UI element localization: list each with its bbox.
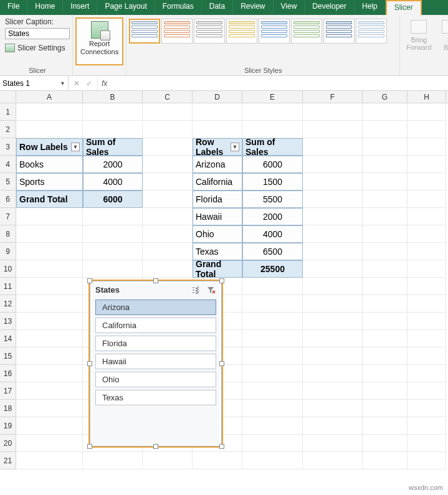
pt-cell-r10c4[interactable]: 25500 [242,260,303,278]
row-header-19[interactable]: 19 [0,417,16,435]
bring-forward-button[interactable]: Bring Forward [403,17,435,51]
cell-r20c4[interactable] [242,435,303,452]
name-box[interactable]: States 1 ▼ [0,76,69,90]
pt-cell-r5c4[interactable]: 1500 [242,173,303,191]
cell-r9c2[interactable] [143,243,193,260]
cell-r21c5[interactable] [303,452,363,469]
tab-insert[interactable]: Insert [63,0,97,15]
cell-r6c6[interactable] [363,191,407,208]
pt-cell-r7c4[interactable]: 2000 [242,208,303,225]
cell-r10c5[interactable] [303,260,363,278]
style-thumb-3[interactable] [226,19,257,44]
row-header-4[interactable]: 4 [0,156,16,173]
row-header-8[interactable]: 8 [0,225,16,243]
filter-dropdown-icon[interactable]: ▼ [231,143,239,151]
cell-r8c1[interactable] [83,225,143,243]
cell-r2c6[interactable] [363,121,407,138]
cell-r17c6[interactable] [363,382,407,400]
cell-r5c5[interactable] [303,173,363,191]
cell-r8c2[interactable] [143,225,193,243]
row-header-6[interactable]: 6 [0,191,16,208]
pt-cell-r3c0[interactable]: Row Labels▼ [16,138,83,156]
cell-r16c6[interactable] [363,365,407,382]
row-header-16[interactable]: 16 [0,365,16,382]
slicer-item-arizona[interactable]: Arizona [95,299,216,315]
pt-cell-r6c0[interactable]: Grand Total [16,191,83,208]
cell-r10c0[interactable] [16,260,83,278]
clear-filter-icon[interactable] [206,286,216,295]
tab-page-layout[interactable]: Page Layout [97,0,155,15]
style-thumb-0[interactable] [129,19,160,44]
pt-cell-r8c3[interactable]: Ohio [193,225,242,243]
style-thumb-4[interactable] [259,19,290,44]
cell-r11c5[interactable] [303,278,363,295]
cell-r9c0[interactable] [16,243,83,260]
cell-r12c6[interactable] [363,295,407,313]
send-backward-button[interactable]: S Bac [438,17,449,51]
pt-cell-r8c4[interactable]: 4000 [242,225,303,243]
row-header-21[interactable]: 21 [0,452,16,469]
cell-r16c5[interactable] [303,365,363,382]
cell-r4c6[interactable] [363,156,407,173]
cell-r21c4[interactable] [242,452,303,469]
cell-r1c6[interactable] [363,103,407,121]
filter-dropdown-icon[interactable]: ▼ [71,143,80,151]
slicer-caption-input[interactable] [5,28,70,39]
cell-r2c5[interactable] [303,121,363,138]
cell-r7c0[interactable] [16,208,83,225]
cell-r15c7[interactable] [407,347,446,365]
cell-r12c7[interactable] [407,295,446,313]
cell-r1c5[interactable] [303,103,363,121]
cell-r21c0[interactable] [16,452,83,469]
cell-r11c7[interactable] [407,278,446,295]
cell-r16c7[interactable] [407,365,446,382]
style-thumb-7[interactable] [356,19,387,44]
row-header-18[interactable]: 18 [0,400,16,417]
pt-cell-r9c4[interactable]: 6500 [242,243,303,260]
select-all-corner[interactable] [0,91,16,103]
slicer-item-hawaii[interactable]: Hawaii [95,354,216,369]
cell-r2c1[interactable] [83,121,143,138]
enter-icon[interactable]: ✓ [86,79,92,88]
row-header-12[interactable]: 12 [0,295,16,313]
slicer-styles-gallery[interactable] [129,17,397,44]
cell-r6c5[interactable] [303,191,363,208]
cell-r9c5[interactable] [303,243,363,260]
cell-r16c4[interactable] [242,365,303,382]
cell-r14c7[interactable] [407,330,446,347]
tab-developer[interactable]: Developer [305,0,355,15]
cell-r1c3[interactable] [193,103,242,121]
pt-cell-r3c3[interactable]: Row Labels▼ [193,138,242,156]
multiselect-icon[interactable] [191,286,203,295]
cell-r12c0[interactable] [16,295,83,313]
row-header-11[interactable]: 11 [0,278,16,295]
pt-cell-r9c3[interactable]: Texas [193,243,242,260]
cell-r2c3[interactable] [193,121,242,138]
cell-r4c5[interactable] [303,156,363,173]
cell-r14c6[interactable] [363,330,407,347]
cell-r10c2[interactable] [143,260,193,278]
cancel-icon[interactable]: ✕ [74,79,80,88]
cell-r17c0[interactable] [16,382,83,400]
cell-r7c7[interactable] [407,208,446,225]
style-thumb-6[interactable] [323,19,355,44]
cell-r13c0[interactable] [16,313,83,330]
cell-r7c5[interactable] [303,208,363,225]
cell-r19c4[interactable] [242,417,303,435]
cell-r3c7[interactable] [407,138,446,156]
cell-r2c4[interactable] [242,121,303,138]
pt-cell-r3c4[interactable]: Sum of Sales [242,138,303,156]
row-header-20[interactable]: 20 [0,435,16,452]
report-connections-button[interactable]: ReportConnections [75,17,123,65]
cell-r5c2[interactable] [143,173,193,191]
pt-cell-r6c4[interactable]: 5500 [242,191,303,208]
row-header-7[interactable]: 7 [0,208,16,225]
style-thumb-5[interactable] [291,19,322,44]
cell-r19c0[interactable] [16,417,83,435]
slicer-pane[interactable]: States ArizonaCaliforniaFloridaHawaiiOhi… [90,281,222,446]
col-header-F[interactable]: F [303,91,363,103]
cell-r14c4[interactable] [242,330,303,347]
col-header-G[interactable]: G [363,91,407,103]
pt-cell-r4c0[interactable]: Books [16,156,83,173]
cell-r20c6[interactable] [363,435,407,452]
